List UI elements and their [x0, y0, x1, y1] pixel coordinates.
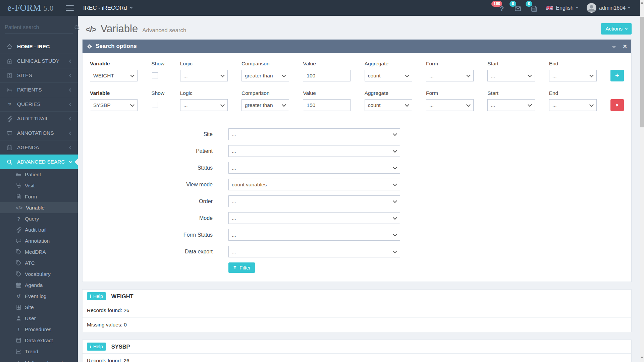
view-mode-select[interactable]: count variables [228, 179, 400, 190]
sidebar-item-advanced-search[interactable]: ADVANCED SEARCH [0, 155, 78, 169]
show-checkbox-1[interactable] [152, 72, 158, 78]
logic-select-2[interactable]: ... [180, 99, 228, 111]
scrollbar-thumb[interactable] [640, 17, 644, 127]
result-panel-weight: iHelp WEIGHT Records found: 26 Missing v… [82, 289, 632, 332]
aggregate-select-2[interactable]: count [365, 99, 412, 111]
result-header: iHelp SYSBP [83, 340, 631, 354]
sidebar-subitem-data-extract[interactable]: Data extract [0, 335, 78, 346]
sidebar-item-queries[interactable]: ? QUERIES [0, 97, 78, 111]
user-menu[interactable]: admin1604 [587, 3, 630, 13]
file-icon [16, 194, 21, 199]
form-select-2[interactable]: ... [426, 99, 474, 111]
comparison-select-1[interactable]: greater than [241, 70, 289, 81]
sidebar-subitem-meddra[interactable]: MedDRA [0, 246, 78, 257]
vertical-scrollbar[interactable] [640, 0, 644, 362]
value-input-1[interactable] [303, 70, 351, 81]
bar-chart-icon [16, 360, 21, 362]
help-badge-button[interactable]: iHelp [87, 343, 106, 351]
sidebar-subitem-form[interactable]: Form [0, 191, 78, 202]
sidebar-item-annotations[interactable]: ANNOTATIONS [0, 126, 78, 140]
cogs-icon [87, 44, 93, 49]
trend-chart-icon [16, 349, 21, 354]
sidebar-subitem-user[interactable]: User [0, 313, 78, 324]
end-select-1[interactable]: ... [549, 70, 597, 81]
status-select[interactable]: ... [228, 162, 400, 174]
sidebar-subitem-visit[interactable]: Visit [0, 180, 78, 191]
sidebar-subitem-procedures[interactable]: ! Procedures [0, 324, 78, 335]
filter-button[interactable]: Filter [228, 262, 255, 273]
sidebar-item-patients[interactable]: PATIENTS [0, 82, 78, 97]
result-row-records-found: Records found: 26 [83, 354, 631, 362]
result-variable-title: WEIGHT [111, 293, 133, 300]
section-divider [90, 120, 624, 120]
sidebar-item-home[interactable]: HOME - IREC [0, 39, 78, 54]
calendar-icon [531, 6, 537, 12]
sidebar-subitem-audit-trail[interactable]: Audit trail [0, 224, 78, 235]
sidebar-item-audit-trail[interactable]: AUDIT TRAIL [0, 111, 78, 126]
patient-select[interactable]: ... [228, 145, 400, 157]
sidebar-subitem-variable[interactable]: </> Variable [0, 202, 78, 213]
logo-area: e-FORM5.0 [0, 0, 78, 16]
sidebar-item-sites[interactable]: SITES [0, 68, 78, 82]
sidebar-item-agenda[interactable]: AGENDA [0, 140, 78, 155]
variable-select-1[interactable]: WEIGHT [90, 70, 138, 81]
sidebar-subitem-multivariate-analysis[interactable]: Multivariate analysis [0, 357, 78, 362]
logic-select-1[interactable]: ... [180, 70, 228, 81]
form-select-1[interactable]: ... [426, 70, 474, 81]
form-status-select[interactable]: ... [228, 229, 400, 241]
result-row-missing-values: Missing values: 0 [83, 317, 631, 332]
chevron-left-icon [69, 88, 72, 92]
start-select-2[interactable]: ... [487, 99, 535, 111]
sidebar-toggle-icon[interactable] [66, 5, 74, 11]
sidebar-subitem-atc[interactable]: ATC [0, 257, 78, 268]
sidebar-subitem-site[interactable]: Site [0, 302, 78, 313]
collapse-icon[interactable] [612, 42, 616, 50]
close-icon[interactable]: × [623, 43, 627, 50]
project-selector[interactable]: IREC - iRECORd [83, 5, 132, 11]
page-title: </> Variable Advanced search [86, 23, 186, 35]
sidebar-subitem-trend[interactable]: Trend [0, 346, 78, 357]
sidebar-subitem-vocabulary[interactable]: Vocabulary [0, 268, 78, 280]
calendar-menu[interactable]: 0 [530, 4, 538, 12]
inbox-menu[interactable]: 0 [514, 4, 522, 12]
chevron-down-icon [69, 160, 72, 163]
sidebar-item-clinical-study[interactable]: CLINICAL STUDY [0, 54, 78, 68]
app-logo[interactable]: e-FORM5.0 [7, 3, 54, 13]
variable-select-2[interactable]: SYSBP [90, 99, 138, 111]
inbox-count-badge: 0 [509, 1, 516, 7]
language-selector[interactable]: English [546, 5, 578, 11]
uk-flag-icon [546, 6, 553, 10]
search-options-panel: Search options × Variable WEIGHT Show Lo… [82, 39, 632, 282]
start-select-1[interactable]: ... [487, 70, 535, 81]
value-input-2[interactable] [303, 99, 351, 111]
variable-criteria-row: Variable SYSBP Show Logic ... Comparison… [90, 90, 624, 111]
actions-button[interactable]: Actions [601, 23, 632, 35]
comparison-select-2[interactable]: greater than [241, 99, 289, 111]
remove-row-button[interactable]: × [610, 99, 624, 111]
navbar-right: 160 ? 0 0 English admin1604 [498, 3, 640, 13]
end-select-2[interactable]: ... [549, 99, 597, 111]
sidebar-subitem-query[interactable]: ? Query [0, 213, 78, 224]
mode-select[interactable]: ... [228, 212, 400, 224]
scroll-down-arrow[interactable] [641, 357, 643, 359]
sidebar-subitem-annotation[interactable]: Annotation [0, 235, 78, 246]
help-badge-button[interactable]: iHelp [87, 292, 106, 300]
scroll-up-arrow[interactable] [641, 2, 643, 4]
user-avatar [587, 3, 596, 13]
sidebar-subitem-event-log[interactable]: ↺ Event log [0, 291, 78, 302]
info-icon: i [90, 294, 91, 299]
filter-button-row: Filter [228, 262, 624, 273]
site-select[interactable]: ... [228, 128, 400, 140]
help-menu[interactable]: 160 ? [498, 4, 505, 12]
show-checkbox-2[interactable] [152, 102, 158, 108]
patient-search-input[interactable] [5, 24, 74, 31]
sidebar-subitem-patient[interactable]: Patient [0, 169, 78, 180]
data-export-select[interactable]: ... [228, 246, 400, 257]
chevron-left-icon [69, 131, 72, 135]
order-select[interactable]: ... [228, 195, 400, 207]
brand-name: e-FORM [7, 3, 41, 13]
sidebar-subitem-agenda[interactable]: Agenda [0, 280, 78, 291]
home-icon [7, 44, 12, 49]
aggregate-select-1[interactable]: count [365, 70, 412, 81]
add-row-button[interactable]: + [610, 70, 624, 81]
